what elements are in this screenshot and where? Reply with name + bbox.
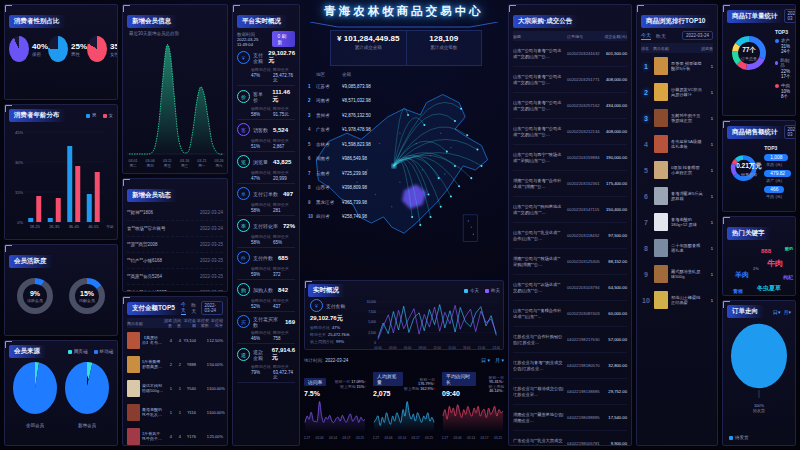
legend-item[interactable]: 待发货 — [729, 435, 749, 440]
announcement-amount: 97,500.00 — [603, 233, 627, 238]
panel-platform: 平台实时概况 数据时间 2022-03-25 11:49:04 0 刷新 ¥支付… — [232, 4, 300, 446]
month-select[interactable]: 月▾ — [783, 309, 791, 315]
province-rank: 8 — [308, 185, 316, 190]
stat-block: ¥支付金额29,102.76元较昨日占比47%昨日全天25,472.76元 — [237, 47, 295, 86]
legend-title: TOP3 — [775, 29, 791, 35]
tab-yesterday[interactable]: 昨天 — [191, 302, 196, 314]
product-name: 【高原珍品】冬虫夏草2g 精选礼盒 — [142, 335, 163, 345]
mini-delta: 较上周期 46.14%↓ — [476, 384, 504, 393]
cell-value: 2 — [163, 362, 172, 367]
mini-title: 人均浏览量 — [373, 372, 403, 386]
announcement-amount: 434,000.00 — [603, 103, 627, 108]
legend-label: 农产 — [781, 38, 790, 43]
stat-sublabel: 昨日全天 — [273, 330, 295, 335]
total-amount-label: 累计成交金额 — [331, 45, 406, 50]
cell-value: 1 — [163, 410, 172, 415]
product-name: 青海湖藜麦5斤高原粗粮 — [671, 191, 703, 202]
announcement-title: 山东**公司与**青稞合作社达成**|山东**… — [513, 308, 564, 319]
month-select[interactable]: 月 ▾ — [495, 357, 504, 363]
cell-value: ¥176 — [181, 434, 196, 439]
svg-text:0%: 0% — [17, 220, 23, 225]
stat-icon: 览 — [237, 155, 250, 168]
main-title-banner: 青海农林牧商品交易中心 — [304, 0, 504, 26]
panel-order-overview: 订单走向 日▾ 月▾ 100% 待发货 待发货 — [722, 300, 796, 446]
announcement-order-no: 00202203103794 — [567, 285, 603, 290]
svg-text:03-25: 03-25 — [494, 436, 502, 440]
svg-text:03-25: 03-25 — [425, 436, 433, 440]
keyword[interactable]: 2% — [753, 266, 759, 271]
announcement-amount: 408,000.00 — [603, 129, 627, 134]
legend-item[interactable]: 女 — [103, 113, 114, 118]
stat-row: 买支付老买家数169 — [237, 315, 295, 328]
stat-value: 43,825 — [273, 159, 291, 165]
keyword[interactable]: 酸奶 — [785, 246, 793, 251]
announcement-amount: 408,000.00 — [603, 77, 627, 82]
day-select[interactable]: 日▾ — [773, 309, 781, 315]
date-chip[interactable]: 2022-03-24 — [682, 31, 713, 40]
announcement-order-no: 00202203152361 — [567, 181, 603, 186]
top10-row: 3玉树牦牛肉干五香原味正宗1 — [641, 105, 713, 131]
announcement-title: 广东企业与**乳业大宗成交公告|广东企业… — [513, 438, 564, 446]
announcement-amount: 64,500.00 — [603, 285, 627, 290]
mini-delta: 较前一日 176.79%↑ — [403, 377, 435, 386]
stat-subcell: 昨日全天758 — [273, 330, 295, 341]
stat-icon: ¥ — [237, 51, 250, 64]
province-amount: ¥258,749.98 — [342, 214, 388, 219]
stat-subrow: 较昨日占比58%昨日全天91.75元 — [237, 106, 295, 117]
keyword[interactable]: 牛肉 — [767, 258, 783, 269]
legend-item[interactable]: 男 — [86, 113, 97, 118]
col-amount: 成交金额(元) — [603, 34, 627, 39]
product-name: 1斤装风干牦牛肉干手撕原味 — [142, 431, 163, 441]
province-rank: 10 — [308, 214, 316, 219]
refresh-button[interactable]: 0 刷新 — [272, 31, 295, 47]
product-thumb — [127, 380, 140, 397]
keyword[interactable]: 冬虫夏草 — [757, 284, 781, 293]
mini-stats: 较前一日 176.79%↑较上周期 162.9%↑ — [403, 377, 435, 391]
svg-text:5,000: 5,000 — [368, 320, 376, 324]
view-count: 1 — [703, 142, 713, 147]
announcement-title: 山东**公司与青海**公司达成**交易|山东**公… — [513, 126, 564, 137]
member-date: 2022-03-25 — [200, 242, 223, 247]
tab-today[interactable]: 今天 — [181, 301, 186, 315]
stat-label: 退款金额 — [253, 349, 267, 361]
panel-view-top10: 商品浏览排行TOP10 今天 昨天 2022-03-24 排名 商品名称 浏览量… — [636, 4, 718, 446]
stat-time-label: 统计时间: — [304, 358, 323, 363]
legend-item[interactable]: 今天 — [464, 288, 479, 293]
list-item: **源**商贸20082022-03-25 — [127, 237, 223, 253]
announcement-order-no: 00202203212134 — [567, 129, 603, 134]
keyword[interactable]: 青稞 — [733, 288, 743, 294]
announcement-amount: 60,000.00 — [603, 311, 627, 316]
legend-item[interactable]: 移动端 — [94, 349, 114, 354]
product-thumb — [127, 332, 140, 349]
tab-yesterday[interactable]: 昨天 — [656, 33, 666, 39]
legend-dot — [103, 114, 107, 118]
stat-subvalue: 20,999 — [273, 176, 295, 181]
activity-donut: 9%活跃会员 — [13, 274, 57, 322]
announcement-title: 山东**公司与青海**公司达成**交易|山东**公… — [513, 48, 564, 59]
svg-text:周六: 周六 — [215, 164, 223, 168]
legend-item[interactable]: 网页端 — [68, 349, 88, 354]
keyword[interactable]: 888 — [761, 248, 771, 254]
total-count: 128,109 — [407, 34, 482, 43]
date-chip[interactable]: 2022-03 — [784, 9, 797, 23]
stat-sublabel: 昨日全天 — [273, 106, 295, 111]
mini-delta: 较上周期 162.9%↑ — [403, 386, 435, 391]
announcement-order-no: 04022198217630 — [567, 337, 603, 342]
mini-panel: 平均访问时长09:40较前一日 95.31%↑较上周期 46.14%↓02-27… — [442, 370, 504, 446]
tab-today[interactable]: 今天 — [641, 32, 651, 40]
top10-row: 9藏式酥油茶砖原味500g1 — [641, 261, 713, 287]
legend-item[interactable]: 昨天 — [485, 288, 500, 293]
realtime-subvalue: 99% — [336, 339, 344, 344]
mini-value: 7.5% — [304, 390, 326, 397]
keyword[interactable]: 枸杞 — [783, 274, 793, 280]
announcement-row: 湖南**公司与青海**合作社达成**|湖南**公…002022031523611… — [513, 171, 627, 197]
stat-sublabel: 昨日全天 — [273, 266, 295, 271]
stat-value: 111.46元 — [272, 89, 295, 104]
date-chip[interactable]: 2022-03 — [784, 125, 797, 139]
rank-number: 2 — [641, 89, 651, 96]
date-chip[interactable]: 2022-03-24 — [201, 301, 223, 315]
day-select[interactable]: 日 ▾ — [481, 357, 490, 363]
keyword[interactable]: 羊肉 — [735, 270, 749, 280]
col-title: 标题 — [513, 34, 567, 39]
announcement-title: 江苏企业与**合作社购销公告|江苏企业… — [513, 334, 564, 345]
